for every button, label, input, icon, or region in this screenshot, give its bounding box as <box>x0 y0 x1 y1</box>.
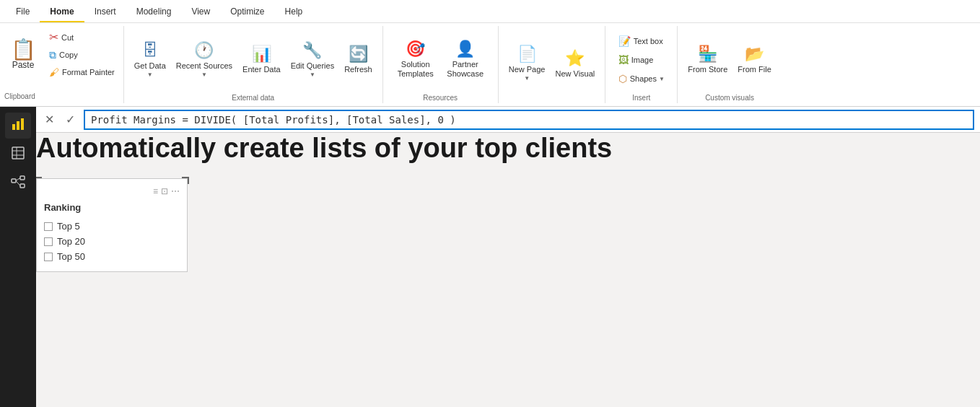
new-page-button[interactable]: 📄 New Page ▼ <box>504 38 550 90</box>
custom-visuals-group-label: Custom visuals <box>705 92 754 102</box>
shapes-label: Shapes <box>630 74 657 83</box>
svg-rect-2 <box>21 118 24 130</box>
recent-sources-arrow: ▼ <box>201 71 207 78</box>
widget-item-1[interactable]: Top 20 <box>44 234 180 249</box>
shapes-arrow: ▼ <box>659 76 665 82</box>
solution-templates-button[interactable]: 🎯 Solution Templates <box>391 34 439 86</box>
svg-rect-0 <box>12 124 15 130</box>
checkbox-top20[interactable] <box>44 237 53 246</box>
edit-queries-arrow: ▼ <box>310 71 315 78</box>
widget-icon-1[interactable]: ≡ <box>153 186 158 196</box>
ribbon-tabs: File Home Insert Modeling View Optimize … <box>0 0 980 23</box>
sidebar-data-view[interactable] <box>5 141 31 167</box>
model-icon <box>11 175 25 193</box>
widget-item-2[interactable]: Top 50 <box>44 249 180 264</box>
sidebar-report-view[interactable] <box>5 113 31 139</box>
copy-button[interactable]: ⧉ Copy <box>45 47 119 63</box>
external-data-group: 🗄 Get Data ▼ 🕐 Recent Sources ▼ 📊 Enter <box>124 26 383 103</box>
enter-data-icon: 📊 <box>252 46 271 62</box>
formula-bar: ✕ ✓ <box>36 107 980 133</box>
widget-icon-2[interactable]: ⊡ <box>161 186 168 196</box>
new-visual-button[interactable]: ⭐ New Visual <box>551 38 599 90</box>
recent-sources-icon: 🕐 <box>194 43 214 58</box>
tab-home[interactable]: Home <box>40 2 84 22</box>
get-data-button[interactable]: 🗄 Get Data ▼ <box>130 34 170 86</box>
new-visual-label: New Visual <box>555 69 595 78</box>
resources-group: 🎯 Solution Templates 👤 Partner Showcase … <box>383 26 499 103</box>
format-painter-icon: 🖌 <box>49 67 59 77</box>
formula-input[interactable] <box>84 110 974 130</box>
recent-sources-label: Recent Sources <box>176 61 232 70</box>
shapes-button[interactable]: ⬡ Shapes ▼ <box>614 71 669 87</box>
edit-queries-label: Edit Queries <box>291 61 335 70</box>
svg-rect-3 <box>12 147 24 159</box>
svg-line-11 <box>16 180 20 185</box>
new-page-icon: 📄 <box>517 46 537 62</box>
checkbox-top50[interactable] <box>44 253 53 261</box>
format-painter-label: Format Painter <box>62 68 115 76</box>
insert-items: 📝 Text box 🖼 Image ⬡ Shapes ▼ <box>614 27 669 92</box>
edit-queries-icon: 🔧 <box>302 43 322 58</box>
image-button[interactable]: 🖼 Image <box>614 52 658 68</box>
edit-queries-button[interactable]: 🔧 Edit Queries ▼ <box>286 34 339 86</box>
ribbon: File Home Insert Modeling View Optimize … <box>0 0 980 107</box>
format-painter-button[interactable]: 🖌 Format Painter <box>45 64 119 80</box>
cut-button[interactable]: ✂ Cut <box>45 30 119 45</box>
resources-group-label: Resources <box>423 92 458 102</box>
solution-templates-icon: 🎯 <box>406 41 425 57</box>
tab-optimize[interactable]: Optimize <box>220 2 274 22</box>
custom-visuals-group: 🏪 From Store 📂 From File Custom visuals <box>678 26 781 103</box>
clipboard-right-items: ✂ Cut ⧉ Copy 🖌 Format Painter <box>45 30 119 80</box>
partner-showcase-button[interactable]: 👤 Partner Showcase <box>441 34 489 86</box>
clipboard-left: 📋 Paste ✂ Cut ⧉ Copy 🖌 Format Painter <box>4 29 119 81</box>
pages-group: 📄 New Page ▼ ⭐ New Visual <box>499 26 606 103</box>
new-page-label: New Page <box>509 65 546 74</box>
enter-data-button[interactable]: 📊 Enter Data <box>238 34 285 86</box>
formula-cancel-button[interactable]: ✕ <box>42 111 57 128</box>
checkbox-top5[interactable] <box>44 222 53 231</box>
image-icon: 🖼 <box>618 55 629 65</box>
item-top20-label: Top 20 <box>57 236 85 247</box>
main-area: ✕ ✓ Automatically create lists of your t… <box>0 107 980 407</box>
widget-more-options[interactable]: ⋯ <box>171 186 180 196</box>
tab-file[interactable]: File <box>6 2 40 22</box>
custom-visuals-items: 🏪 From Store 📂 From File <box>683 27 775 92</box>
tab-help[interactable]: Help <box>275 2 313 22</box>
svg-rect-1 <box>17 121 19 130</box>
copy-icon: ⧉ <box>49 50 56 60</box>
get-data-label: Get Data <box>134 61 166 70</box>
from-file-button[interactable]: 📂 From File <box>733 34 775 86</box>
tab-modeling[interactable]: Modeling <box>126 2 182 22</box>
enter-data-label: Enter Data <box>242 65 281 74</box>
copy-label: Copy <box>59 51 78 59</box>
table-icon <box>11 146 25 164</box>
bar-chart-icon <box>11 117 25 135</box>
cut-label: Cut <box>61 33 74 42</box>
partner-showcase-label: Partner Showcase <box>445 60 485 79</box>
sidebar-model-view[interactable] <box>5 170 31 196</box>
canvas-content: Automatically create lists of your top c… <box>36 133 980 272</box>
ribbon-content-area: 📋 Paste ✂ Cut ⧉ Copy 🖌 Format Painter <box>0 23 980 106</box>
item-top5-label: Top 5 <box>57 221 80 232</box>
shapes-icon: ⬡ <box>618 74 627 84</box>
tab-insert[interactable]: Insert <box>84 2 126 22</box>
pages-items: 📄 New Page ▼ ⭐ New Visual <box>504 27 600 100</box>
svg-line-10 <box>16 178 20 180</box>
paste-button[interactable]: 📋 Paste <box>4 29 42 81</box>
recent-sources-button[interactable]: 🕐 Recent Sources ▼ <box>172 34 237 86</box>
from-store-button[interactable]: 🏪 From Store <box>683 34 732 86</box>
external-data-group-label: External data <box>232 92 274 102</box>
text-box-button[interactable]: 📝 Text box <box>614 33 668 49</box>
widget-item-0[interactable]: Top 5 <box>44 219 180 234</box>
clipboard-group: 📋 Paste ✂ Cut ⧉ Copy 🖌 Format Painter <box>0 26 124 103</box>
external-data-items: 🗄 Get Data ▼ 🕐 Recent Sources ▼ 📊 Enter <box>130 27 377 92</box>
image-label: Image <box>631 56 654 64</box>
svg-rect-9 <box>20 184 25 188</box>
tab-view[interactable]: View <box>181 2 220 22</box>
paste-icon: 📋 <box>11 40 36 60</box>
partner-showcase-icon: 👤 <box>455 41 475 57</box>
get-data-arrow: ▼ <box>147 71 153 78</box>
formula-confirm-button[interactable]: ✓ <box>63 111 78 128</box>
refresh-button[interactable]: 🔄 Refresh <box>340 34 377 86</box>
canvas-area: Automatically create lists of your top c… <box>36 133 980 407</box>
